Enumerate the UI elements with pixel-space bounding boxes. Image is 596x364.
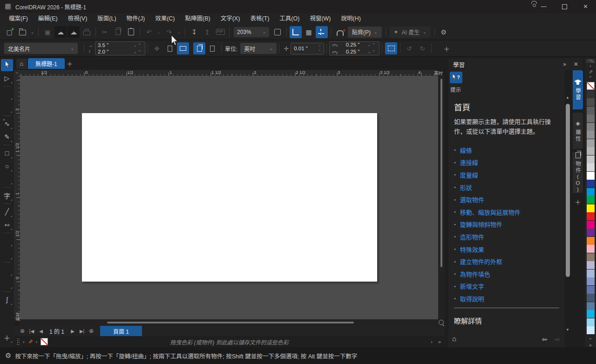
portrait-button[interactable]: [164, 42, 176, 54]
color-swatch-19[interactable]: [587, 237, 595, 245]
color-swatch-4[interactable]: [587, 115, 595, 122]
flyout-arrow-icon[interactable]: ›: [23, 339, 25, 344]
crop-tool[interactable]: [1, 88, 13, 101]
new-document-tab-button[interactable]: ＋: [65, 59, 75, 69]
learn-link-12[interactable]: 新增文字: [460, 282, 484, 290]
shadow-tool[interactable]: [1, 235, 13, 247]
add-page-button[interactable]: ⊕: [18, 326, 27, 336]
close-docker-icon[interactable]: ✕: [574, 61, 578, 67]
snap-magnet-button[interactable]: [334, 26, 346, 38]
color-swatch-2[interactable]: [587, 98, 595, 106]
drawing-canvas[interactable]: [20, 76, 438, 319]
outline-tool[interactable]: ʃ: [1, 294, 13, 306]
back-arrow-icon[interactable]: ⇦: [542, 336, 548, 343]
color-swatch-27[interactable]: [587, 302, 595, 310]
add-page-button-2[interactable]: ⊕: [87, 326, 95, 336]
ai-generate-button[interactable]: ✦AI 產生⌄: [390, 27, 431, 38]
shape-tool[interactable]: ▷: [1, 72, 13, 84]
treat-as-filled-toggle[interactable]: [385, 42, 397, 54]
vertical-ruler[interactable]: 21 1/211/20英吋: [14, 76, 20, 319]
color-swatch-3[interactable]: [587, 107, 595, 115]
hints-tool-button[interactable]: ?: [450, 72, 462, 83]
learn-link-11[interactable]: 為物件填色: [460, 270, 490, 278]
color-swatch-24[interactable]: [587, 277, 595, 285]
collapse-docker-icon[interactable]: »: [563, 61, 566, 67]
minimize-button[interactable]: —: [533, 0, 554, 13]
text-tool[interactable]: 字: [1, 189, 13, 202]
snap-menu-button[interactable]: 貼齊(P)⌄: [348, 27, 382, 38]
zoom-tool[interactable]: [1, 101, 13, 114]
scrollbar-thumb[interactable]: [440, 79, 442, 267]
scrollbar-thumb[interactable]: [566, 104, 570, 277]
color-swatch-1[interactable]: [587, 90, 595, 98]
new-document-button[interactable]: ▢+: [3, 26, 15, 38]
apply-all-pages-button[interactable]: [193, 42, 205, 54]
learn-link-3[interactable]: 度量線: [460, 170, 478, 179]
learn-link-8[interactable]: 造形物件: [460, 232, 484, 241]
color-swatch-13[interactable]: [587, 188, 595, 196]
scroll-up-icon[interactable]: ▲: [566, 95, 569, 100]
undo-button[interactable]: ↶: [143, 26, 155, 38]
ellipse-tool[interactable]: ○: [1, 160, 13, 172]
options-button[interactable]: ⚙: [438, 26, 450, 38]
page-width-input[interactable]: 3.5 ": [98, 42, 108, 48]
show-rulers-button[interactable]: [290, 26, 302, 38]
apply-current-page-button[interactable]: [206, 42, 218, 54]
stepper-icons[interactable]: ⌄⌃: [368, 42, 377, 48]
forward-arrow-icon[interactable]: ⇨: [555, 336, 560, 343]
color-swatch-23[interactable]: [587, 270, 595, 277]
color-swatch-16[interactable]: [587, 212, 595, 220]
vertical-scrollbar[interactable]: [438, 76, 445, 319]
eyedropper-icon[interactable]: ✎: [27, 339, 34, 344]
redo-button[interactable]: ↷: [163, 26, 175, 38]
expand-icon[interactable]: »: [438, 339, 441, 344]
cloud-download-button[interactable]: ☁↓: [54, 26, 67, 38]
color-swatch-28[interactable]: [587, 310, 595, 318]
learn-link-13[interactable]: 取得說明: [460, 294, 484, 303]
color-swatch-30[interactable]: [587, 326, 595, 334]
open-folder-button[interactable]: [16, 26, 28, 38]
learn-link-10[interactable]: 建立物件的外框: [460, 257, 502, 266]
next-page-button[interactable]: ▶: [68, 326, 77, 336]
quick-zoom-button[interactable]: [438, 319, 445, 326]
polygon-tool[interactable]: [1, 173, 13, 185]
docker-tab-properties[interactable]: ◈屬性: [573, 113, 583, 149]
zoom-level-combo[interactable]: 203%⌄: [234, 27, 269, 37]
color-swatch-26[interactable]: [587, 294, 595, 302]
fill-tool[interactable]: [1, 277, 13, 290]
docker-tab-learn[interactable]: 學習: [573, 70, 583, 109]
color-swatch-11[interactable]: [587, 172, 595, 180]
pick-tool[interactable]: [1, 59, 13, 71]
scroll-up-icon[interactable]: ⌃: [589, 75, 592, 81]
color-swatch-22[interactable]: [587, 261, 595, 269]
menu-layout[interactable]: 版面(L): [92, 13, 121, 24]
home-icon[interactable]: ⌂: [452, 335, 456, 343]
cut-button[interactable]: ✂: [99, 26, 111, 38]
eyedropper-icon[interactable]: ✎: [587, 70, 593, 74]
color-swatch-17[interactable]: [587, 221, 595, 229]
line-tool[interactable]: ╱: [1, 206, 13, 218]
rectangle-tool[interactable]: □: [1, 147, 13, 159]
import-button[interactable]: ↧: [188, 26, 200, 38]
units-select[interactable]: 英吋 ⌄: [240, 43, 277, 54]
color-swatch-12[interactable]: [587, 180, 595, 188]
curve-tool[interactable]: ∿+: [1, 118, 13, 130]
menu-table[interactable]: 表格(T): [245, 13, 274, 24]
extra-option-button-1[interactable]: ↺: [403, 42, 415, 54]
menu-edit[interactable]: 編輯(E): [33, 13, 63, 24]
full-screen-button[interactable]: [271, 26, 284, 38]
scroll-down-icon[interactable]: ▼: [566, 328, 569, 332]
page-height-input[interactable]: 2.0 ": [98, 49, 108, 55]
paste-button[interactable]: [125, 26, 137, 38]
scrollbar-thumb[interactable]: [107, 322, 354, 324]
print-button[interactable]: [81, 26, 93, 38]
show-grid-button[interactable]: ▦: [303, 26, 315, 38]
color-swatch-25[interactable]: [587, 286, 595, 294]
eyedropper-tool[interactable]: [1, 264, 13, 276]
maximize-button[interactable]: [554, 0, 575, 13]
docker-scrollbar[interactable]: ▲ ▼: [565, 95, 571, 332]
extra-option-button-2[interactable]: ↻: [416, 42, 428, 54]
brush-tool[interactable]: ✎: [1, 131, 13, 143]
menu-effects[interactable]: 效果(C): [150, 13, 180, 24]
document-tab[interactable]: 無標題-1: [28, 58, 65, 69]
